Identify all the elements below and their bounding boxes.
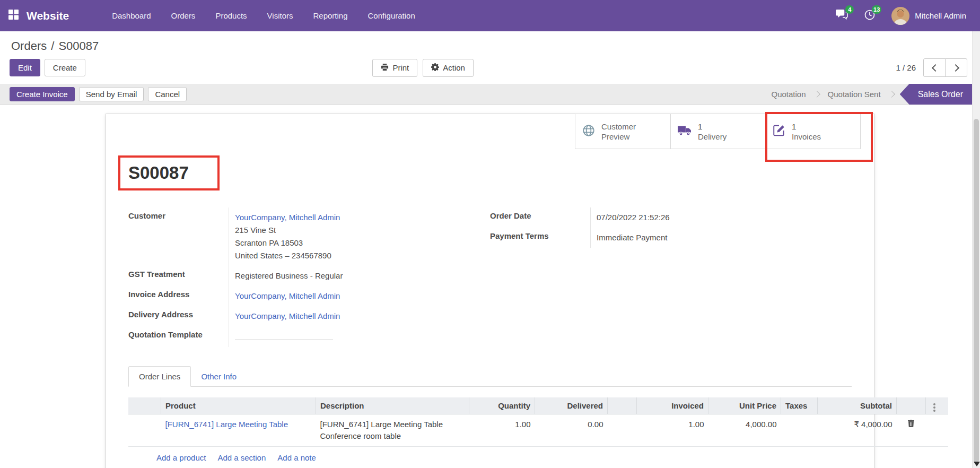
main-menu: Dashboard Orders Products Visitors Repor…: [102, 0, 425, 31]
status-step-quotation[interactable]: Quotation: [764, 90, 814, 99]
statusbar-buttons: Create Invoice Send by Email Cancel: [10, 87, 187, 101]
edit-button[interactable]: Edit: [10, 59, 40, 76]
invoices-label: Invoices: [792, 132, 821, 142]
breadcrumb-separator: /: [51, 39, 54, 53]
menu-orders[interactable]: Orders: [161, 0, 206, 31]
customer-link[interactable]: YourCompany, Mitchell Admin: [235, 213, 340, 222]
chevron-left-icon: [931, 64, 939, 71]
field-order-date: Order Date 07/20/2022 21:52:26: [490, 207, 852, 228]
activities-badge: 13: [872, 5, 881, 14]
create-button[interactable]: Create: [45, 59, 85, 76]
menu-dashboard[interactable]: Dashboard: [102, 0, 161, 31]
delivered-cell[interactable]: 0.00: [535, 414, 608, 447]
chevron-right-icon: [951, 64, 959, 71]
delivery-smart-button[interactable]: 1 Delivery: [670, 114, 765, 149]
truck-icon: [677, 125, 692, 138]
menu-products[interactable]: Products: [205, 0, 257, 31]
column-quantity[interactable]: Quantity: [469, 397, 535, 414]
app-name[interactable]: Website: [27, 10, 69, 22]
field-gst-treatment: GST Treatment Registered Business - Regu…: [128, 266, 490, 286]
quantity-cell[interactable]: 1.00: [469, 414, 535, 447]
spacer-cell: [608, 414, 637, 447]
menu-reporting[interactable]: Reporting: [303, 0, 357, 31]
add-note-link[interactable]: Add a note: [277, 453, 316, 462]
customer-preview-label: Customer Preview: [601, 122, 664, 142]
table-header-row: Product Description Quantity Delivered I…: [128, 397, 948, 414]
menu-configuration[interactable]: Configuration: [358, 0, 425, 31]
tab-order-lines[interactable]: Order Lines: [128, 366, 191, 387]
quotation-template-label: Quotation Template: [128, 326, 229, 347]
notebook-tabs: Order Lines Other Info: [128, 366, 852, 387]
column-invoiced[interactable]: Invoiced: [637, 397, 708, 414]
description-line: [FURN_6741] Large Meeting Table: [320, 419, 465, 430]
column-unit-price[interactable]: Unit Price: [708, 397, 781, 414]
invoices-smart-button[interactable]: 1 Invoices: [765, 114, 860, 149]
unit-price-cell[interactable]: 4,000.00: [708, 414, 781, 447]
description-line: Conference room table: [320, 430, 465, 442]
cancel-button[interactable]: Cancel: [148, 87, 187, 101]
list-footer-links: Add a product Add a section Add a note: [128, 447, 852, 464]
messages-button[interactable]: 4: [836, 9, 848, 22]
invoice-address-link[interactable]: YourCompany, Mitchell Admin: [235, 291, 340, 300]
column-subtotal[interactable]: Subtotal: [818, 397, 897, 414]
quotation-template-input[interactable]: [235, 330, 333, 340]
order-date-value: 07/20/2022 21:52:26: [590, 207, 852, 228]
invoices-count: 1: [792, 122, 821, 132]
order-line-row[interactable]: [FURN_6741] Large Meeting Table [FURN_67…: [128, 414, 948, 447]
delivery-label: Delivery: [698, 132, 727, 142]
column-product[interactable]: Product: [161, 397, 316, 414]
activities-button[interactable]: 13: [864, 9, 876, 23]
messages-badge: 4: [845, 5, 854, 14]
gst-treatment-label: GST Treatment: [128, 266, 229, 286]
scroll-down-arrow-icon[interactable]: [974, 462, 980, 466]
menu-visitors[interactable]: Visitors: [257, 0, 303, 31]
smart-buttons: Customer Preview 1 Delivery 1 Invoices: [575, 114, 861, 149]
sheet-content: S00087 Customer YourCompany, Mitchell Ad…: [106, 163, 874, 468]
add-section-link[interactable]: Add a section: [217, 453, 266, 462]
field-group-left: Customer YourCompany, Mitchell Admin 215…: [128, 207, 490, 347]
action-button[interactable]: Action: [423, 59, 474, 77]
field-groups: Customer YourCompany, Mitchell Admin 215…: [128, 207, 852, 347]
customer-label: Customer: [128, 207, 229, 266]
print-button[interactable]: Print: [372, 59, 417, 77]
document-actions: Print Action: [85, 59, 896, 77]
field-customer: Customer YourCompany, Mitchell Admin 215…: [128, 207, 490, 266]
order-date-label: Order Date: [490, 207, 590, 228]
odoo-website-app: Website Dashboard Orders Products Visito…: [0, 0, 980, 468]
row-handle[interactable]: [128, 414, 161, 447]
control-panel: Edit Create Print Action 1 / 26: [0, 56, 980, 84]
column-delivered[interactable]: Delivered: [535, 397, 608, 414]
step-chevron-icon: [813, 91, 820, 98]
column-description[interactable]: Description: [316, 397, 469, 414]
user-menu[interactable]: Mitchell Admin: [891, 7, 966, 25]
optional-columns-button[interactable]: [926, 397, 949, 414]
scrollbar-thumb[interactable]: [974, 119, 979, 463]
delivery-address-link[interactable]: YourCompany, Mitchell Admin: [235, 311, 340, 320]
kebab-icon: [933, 406, 935, 409]
globe-icon: [582, 124, 596, 140]
field-group-right: Order Date 07/20/2022 21:52:26 Payment T…: [490, 207, 852, 347]
invoiced-cell[interactable]: 1.00: [637, 414, 708, 447]
subtotal-cell: ₹ 4,000.00: [818, 414, 897, 447]
delete-line-button[interactable]: [907, 419, 915, 430]
apps-grid-icon: [8, 10, 19, 22]
product-link[interactable]: [FURN_6741] Large Meeting Table: [165, 420, 288, 429]
status-step-quotation-sent[interactable]: Quotation Sent: [820, 90, 889, 99]
column-taxes[interactable]: Taxes: [781, 397, 818, 414]
customer-address-line: United States – 234567890: [235, 249, 490, 262]
payment-terms-label: Payment Terms: [490, 228, 590, 248]
delivery-address-label: Delivery Address: [128, 306, 229, 326]
customer-preview-button[interactable]: Customer Preview: [575, 114, 670, 149]
breadcrumb-orders-link[interactable]: Orders: [11, 39, 47, 53]
taxes-cell[interactable]: [781, 414, 818, 447]
add-product-link[interactable]: Add a product: [156, 453, 206, 462]
status-steps: Quotation Quotation Sent Sales Order: [764, 84, 980, 105]
tab-other-info[interactable]: Other Info: [191, 367, 247, 386]
create-invoice-button[interactable]: Create Invoice: [10, 87, 75, 101]
apps-menu-button[interactable]: [0, 0, 27, 31]
status-step-sales-order[interactable]: Sales Order: [900, 84, 980, 105]
send-by-email-button[interactable]: Send by Email: [79, 87, 144, 101]
pager-next-button[interactable]: [945, 58, 967, 77]
customer-address-line: Scranton PA 18503: [235, 237, 490, 249]
pager-previous-button[interactable]: [923, 58, 946, 77]
